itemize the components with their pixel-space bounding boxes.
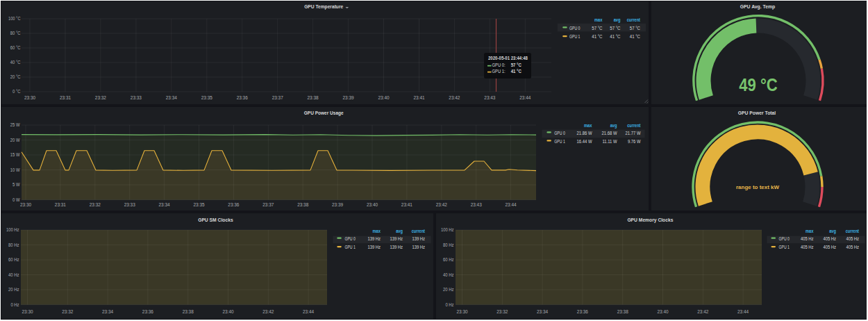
svg-text:21.86 W: 21.86 W	[577, 131, 592, 135]
svg-text:GPU 1:: GPU 1:	[492, 69, 506, 74]
svg-text:20 Hz: 20 Hz	[8, 287, 19, 292]
svg-text:GPU 1: GPU 1	[554, 139, 565, 144]
svg-text:80 °C: 80 °C	[10, 31, 21, 35]
svg-text:23:34: 23:34	[537, 309, 548, 314]
svg-text:23:44: 23:44	[737, 309, 749, 314]
svg-text:23:37: 23:37	[272, 95, 283, 100]
svg-text:23:31: 23:31	[60, 95, 71, 100]
svg-text:60 Hz: 60 Hz	[8, 257, 19, 262]
svg-text:139 Hz: 139 Hz	[412, 245, 425, 249]
svg-text:range to text kW: range to text kW	[736, 184, 779, 190]
svg-text:405 Hz: 405 Hz	[801, 236, 814, 241]
svg-text:23:32: 23:32	[95, 95, 106, 100]
svg-text:23:34: 23:34	[159, 202, 170, 207]
svg-text:139 Hz: 139 Hz	[412, 236, 425, 241]
svg-text:40 Hz: 40 Hz	[8, 272, 19, 277]
svg-text:23:44: 23:44	[519, 95, 531, 100]
svg-text:40 Hz: 40 Hz	[443, 272, 454, 277]
svg-text:GPU 0: GPU 0	[344, 236, 356, 241]
svg-text:5 W: 5 W	[12, 182, 20, 187]
svg-text:23:44: 23:44	[303, 309, 314, 314]
svg-text:23:40: 23:40	[657, 309, 668, 314]
svg-text:60 °C: 60 °C	[10, 45, 21, 50]
svg-text:23:37: 23:37	[262, 202, 274, 207]
svg-text:GPU 0:: GPU 0:	[492, 63, 506, 67]
svg-text:current: current	[627, 17, 641, 22]
svg-text:GPU SM Clocks: GPU SM Clocks	[198, 217, 233, 223]
svg-text:23:40: 23:40	[367, 202, 378, 207]
svg-text:current: current	[412, 229, 426, 233]
svg-text:23:43: 23:43	[471, 202, 482, 207]
svg-text:23:44: 23:44	[506, 202, 517, 207]
svg-text:23:34: 23:34	[102, 309, 113, 314]
svg-text:60 Hz: 60 Hz	[443, 257, 454, 262]
svg-text:25 W: 25 W	[10, 122, 20, 127]
svg-text:40 °C: 40 °C	[10, 60, 21, 65]
svg-text:23:42: 23:42	[697, 309, 708, 314]
svg-text:max: max	[594, 17, 603, 22]
svg-text:23:42: 23:42	[262, 309, 274, 314]
svg-text:21.68 W: 21.68 W	[602, 131, 617, 135]
svg-text:GPU 0: GPU 0	[554, 131, 565, 135]
svg-text:57 °C: 57 °C	[610, 26, 620, 31]
svg-text:139 Hz: 139 Hz	[390, 236, 403, 241]
svg-text:GPU Power Total: GPU Power Total	[738, 110, 776, 116]
svg-text:23:32: 23:32	[90, 202, 101, 207]
svg-text:max: max	[373, 229, 381, 233]
svg-text:0 W: 0 W	[12, 197, 20, 202]
svg-text:GPU 1: GPU 1	[779, 245, 790, 249]
svg-text:GPU 1: GPU 1	[344, 245, 356, 249]
svg-text:20 °C: 20 °C	[10, 74, 21, 79]
svg-text:405 Hz: 405 Hz	[823, 245, 836, 249]
svg-text:avg: avg	[610, 123, 617, 129]
svg-text:405 Hz: 405 Hz	[801, 245, 814, 249]
svg-text:23:35: 23:35	[193, 202, 204, 207]
svg-text:GPU Avg. Temp: GPU Avg. Temp	[740, 3, 776, 10]
svg-text:11.11 W: 11.11 W	[603, 139, 617, 144]
svg-text:23:39: 23:39	[332, 202, 343, 207]
svg-text:20 Hz: 20 Hz	[443, 287, 454, 292]
svg-text:57 °C: 57 °C	[592, 26, 602, 31]
svg-text:23:31: 23:31	[55, 202, 66, 207]
svg-text:49 °C: 49 °C	[739, 75, 778, 94]
svg-text:23:38: 23:38	[183, 309, 194, 314]
svg-text:80 Hz: 80 Hz	[8, 242, 19, 247]
svg-text:23:42: 23:42	[436, 202, 447, 207]
svg-text:GPU Memory Clocks: GPU Memory Clocks	[627, 217, 673, 223]
svg-text:GPU Temperature: GPU Temperature	[304, 3, 343, 10]
svg-text:21.77 W: 21.77 W	[626, 131, 641, 135]
svg-text:10 W: 10 W	[10, 167, 20, 172]
svg-text:GPU 1: GPU 1	[569, 34, 581, 39]
svg-text:avg: avg	[396, 229, 403, 234]
svg-text:23:38: 23:38	[617, 309, 628, 314]
svg-text:100 Hz: 100 Hz	[6, 227, 19, 232]
svg-text:57 °C: 57 °C	[511, 63, 521, 67]
svg-text:0 °C: 0 °C	[12, 89, 21, 94]
svg-text:20 W: 20 W	[10, 138, 20, 142]
svg-text:9.76 W: 9.76 W	[628, 139, 641, 144]
svg-text:23:41: 23:41	[401, 202, 412, 207]
svg-text:23:35: 23:35	[201, 95, 212, 100]
svg-text:current: current	[627, 123, 641, 128]
svg-text:139 Hz: 139 Hz	[390, 245, 403, 249]
svg-text:405 Hz: 405 Hz	[823, 236, 836, 241]
svg-text:0 Hz: 0 Hz	[10, 302, 19, 307]
svg-text:current: current	[846, 229, 860, 233]
svg-text:23:33: 23:33	[131, 95, 142, 100]
svg-text:405 Hz: 405 Hz	[846, 236, 859, 241]
svg-text:41 °C: 41 °C	[511, 69, 521, 74]
svg-text:23:36: 23:36	[237, 95, 248, 100]
svg-text:23:38: 23:38	[297, 202, 308, 207]
svg-text:405 Hz: 405 Hz	[846, 245, 859, 249]
svg-text:avg: avg	[614, 17, 621, 23]
svg-text:23:40: 23:40	[222, 309, 233, 314]
svg-text:GPU 0: GPU 0	[569, 26, 581, 31]
svg-text:23:34: 23:34	[166, 95, 177, 100]
svg-text:23:32: 23:32	[62, 309, 73, 314]
svg-text:23:30: 23:30	[24, 95, 35, 100]
svg-text:23:32: 23:32	[496, 309, 508, 314]
svg-text:avg: avg	[829, 229, 836, 234]
svg-text:41 °C: 41 °C	[630, 34, 640, 39]
svg-text:41 °C: 41 °C	[592, 34, 602, 39]
svg-text:23:30: 23:30	[22, 309, 33, 314]
